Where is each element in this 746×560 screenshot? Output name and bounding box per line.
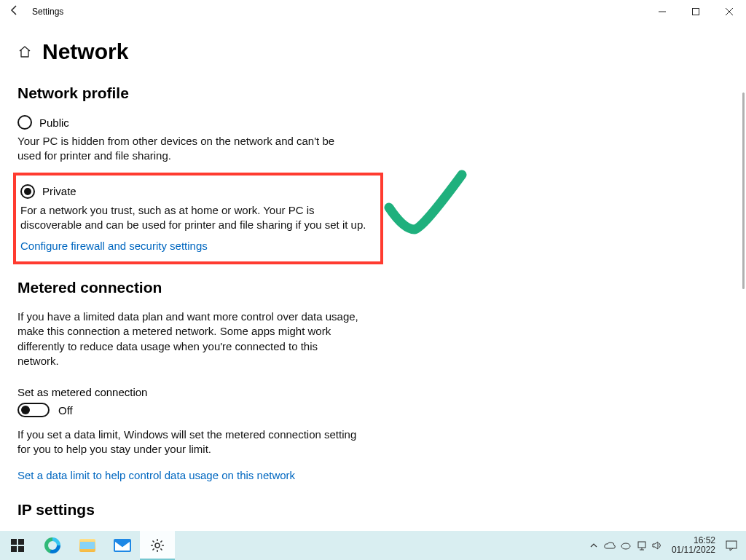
mail-icon [114,539,131,552]
tray-weather-icon[interactable] [618,541,634,550]
page-header: Network [17,39,729,64]
svg-rect-7 [18,546,24,552]
svg-line-15 [160,541,162,543]
section-network-profile-heading: Network profile [17,84,729,102]
metered-toggle-label: Set as metered connection [17,386,360,398]
metered-toggle-value: Off [58,404,73,417]
settings-page: Network Network profile Public Your PC i… [0,23,746,531]
svg-rect-4 [11,539,17,545]
svg-rect-18 [638,542,645,548]
gear-icon [150,538,165,553]
svg-point-8 [155,543,160,548]
public-description: Your PC is hidden from other devices on … [17,134,360,164]
radio-unchecked-icon [17,115,32,130]
configure-firewall-link[interactable]: Configure firewall and security settings [20,240,208,252]
radio-private[interactable]: Private [20,184,373,199]
data-limit-description: If you set a data limit, Windows will se… [17,427,360,457]
svg-line-13 [153,541,154,543]
private-description: For a network you trust, such as at home… [20,203,373,233]
svg-line-14 [160,548,162,550]
taskbar-clock[interactable]: 16:52 01/11/2022 [666,536,721,555]
tray-action-center[interactable] [721,540,742,551]
set-data-limit-link[interactable]: Set a data limit to help control data us… [17,469,295,481]
svg-rect-21 [726,541,737,548]
taskbar-edge[interactable] [35,531,70,560]
vertical-scrollbar[interactable] [742,92,745,289]
radio-private-label: Private [42,185,76,197]
metered-description: If you have a limited data plan and want… [17,309,360,368]
tray-network-icon[interactable] [634,540,650,551]
tray-onedrive-icon[interactable] [602,541,618,550]
metered-toggle[interactable] [17,403,50,417]
metered-block: If you have a limited data plan and want… [17,309,360,482]
taskbar-mail[interactable] [105,531,140,560]
maximize-button[interactable] [679,0,712,23]
svg-rect-1 [693,9,699,15]
annotation-checkmark-icon [382,167,469,240]
svg-point-17 [621,543,630,549]
taskbar-settings[interactable] [140,531,175,560]
window-title: Settings [29,7,63,17]
taskbar: 16:52 01/11/2022 [0,531,746,560]
start-button[interactable] [0,531,35,560]
tray-overflow-button[interactable] [586,542,602,549]
radio-public[interactable]: Public [17,115,360,130]
folder-icon [79,539,95,552]
close-button[interactable] [712,0,746,23]
radio-checked-icon [20,184,35,199]
edge-icon [44,537,60,553]
svg-rect-6 [11,546,17,552]
section-ip-heading: IP settings [17,501,729,518]
home-icon[interactable] [17,44,32,59]
clock-date: 01/11/2022 [672,545,715,555]
profile-public-block: Public Your PC is hidden from other devi… [17,115,360,164]
minimize-button[interactable] [645,0,679,23]
radio-public-label: Public [39,117,69,129]
tray-volume-icon[interactable] [650,540,666,551]
window-titlebar: Settings [0,0,746,23]
annotation-highlight-box: Private For a network you trust, such as… [13,173,383,265]
back-button[interactable] [0,4,29,19]
taskbar-file-explorer[interactable] [70,531,105,560]
page-title: Network [42,39,128,64]
svg-rect-5 [18,539,24,545]
svg-line-16 [153,548,154,550]
section-metered-heading: Metered connection [17,279,729,296]
